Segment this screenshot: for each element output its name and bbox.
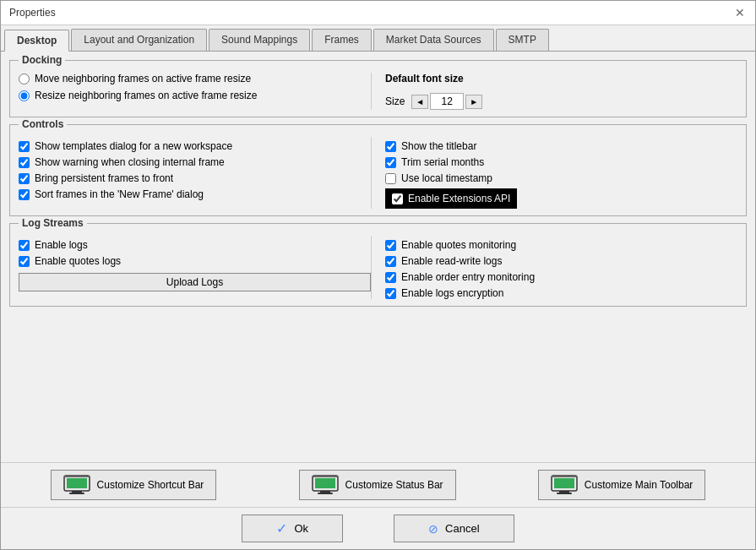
ctrl-bring-persistent-check[interactable] <box>19 173 30 184</box>
controls-inner: Show templates dialog for a new workspac… <box>19 137 737 209</box>
cancel-button[interactable]: ⊘ Cancel <box>394 515 514 542</box>
log-streams-title: Log Streams <box>19 217 87 229</box>
log-enable-logs-check[interactable] <box>19 240 30 251</box>
docking-label-resize: Resize neighboring frames on active fram… <box>35 90 257 101</box>
docking-section: Docking Move neighboring frames on activ… <box>9 60 747 117</box>
font-size-input[interactable] <box>430 93 464 110</box>
svg-rect-1 <box>67 478 87 488</box>
ctrl-use-local-check[interactable] <box>385 173 396 184</box>
log-enable-order: Enable order entry monitoring <box>385 271 737 283</box>
ctrl-bring-persistent: Bring persistent frames to front <box>19 172 371 184</box>
ctrl-enable-ext: Enable Extensions API <box>385 188 737 209</box>
customize-shortcut-label: Customize Shortcut Bar <box>97 479 204 491</box>
docking-label-move: Move neighboring frames on active frame … <box>35 73 251 84</box>
ctrl-show-templates-check[interactable] <box>19 141 30 152</box>
log-enable-quotes-label: Enable quotes logs <box>35 255 121 267</box>
customize-status-label: Customize Status Bar <box>345 479 443 491</box>
log-enable-quotes-mon-check[interactable] <box>385 240 396 251</box>
svg-rect-7 <box>320 491 330 493</box>
monitor-icon-status <box>312 475 339 495</box>
ctrl-enable-ext-label: Enable Extensions API <box>408 193 510 204</box>
controls-section: Controls Show templates dialog for a new… <box>9 124 747 216</box>
ctrl-enable-ext-check[interactable] <box>392 193 403 204</box>
title-bar: Properties ✕ <box>1 1 755 25</box>
docking-inner: Move neighboring frames on active frame … <box>19 73 737 110</box>
customize-status-button[interactable]: Customize Status Bar <box>299 470 456 500</box>
svg-rect-8 <box>318 493 333 494</box>
ctrl-sort-frames-check[interactable] <box>19 189 30 200</box>
customize-shortcut-button[interactable]: Customize Shortcut Bar <box>51 470 217 500</box>
ctrl-trim-serial-label: Trim serial months <box>401 156 484 168</box>
cancel-icon: ⊘ <box>428 522 438 536</box>
tab-desktop[interactable]: Desktop <box>4 30 69 52</box>
docking-title: Docking <box>19 54 65 66</box>
docking-left: Move neighboring frames on active frame … <box>19 73 371 110</box>
font-size-increase[interactable]: ► <box>465 95 482 109</box>
ctrl-show-templates: Show templates dialog for a new workspac… <box>19 140 371 152</box>
font-size-decrease[interactable]: ◄ <box>411 95 428 109</box>
svg-rect-12 <box>559 491 569 493</box>
customize-toolbar-button[interactable]: Customize Main Toolbar <box>538 470 706 500</box>
ctrl-show-warning-check[interactable] <box>19 157 30 168</box>
ok-label: Ok <box>294 522 308 535</box>
log-enable-rw: Enable read-write logs <box>385 255 737 267</box>
monitor-icon-shortcut <box>63 475 90 495</box>
log-enable-rw-check[interactable] <box>385 256 396 267</box>
log-streams-section: Log Streams Enable logs Enable quotes lo… <box>9 223 747 307</box>
ctrl-bring-persistent-label: Bring persistent frames to front <box>35 172 173 184</box>
font-size-label: Size <box>385 95 405 107</box>
docking-option-move: Move neighboring frames on active frame … <box>19 73 371 84</box>
svg-rect-14 <box>552 476 577 477</box>
log-streams-right: Enable quotes monitoring Enable read-wri… <box>371 236 737 299</box>
font-size-row: Size ◄ ► <box>385 93 737 110</box>
ctrl-use-local: Use local timestamp <box>385 172 737 184</box>
ctrl-show-titlebar: Show the titlebar <box>385 140 737 152</box>
ctrl-sort-frames-label: Sort frames in the 'New Frame' dialog <box>35 188 204 200</box>
controls-left: Show templates dialog for a new workspac… <box>19 137 371 209</box>
tab-frames[interactable]: Frames <box>312 29 372 51</box>
ctrl-show-templates-label: Show templates dialog for a new workspac… <box>35 140 232 152</box>
svg-rect-11 <box>554 478 574 488</box>
ok-icon: ✓ <box>276 520 287 536</box>
tab-bar: Desktop Layout and Organization Sound Ma… <box>1 25 755 52</box>
ctrl-show-warning-label: Show warning when closing internal frame <box>35 156 225 168</box>
log-enable-order-check[interactable] <box>385 272 396 283</box>
svg-rect-13 <box>557 493 572 494</box>
close-button[interactable]: ✕ <box>733 6 747 19</box>
log-enable-encryption-check[interactable] <box>385 288 396 299</box>
font-size-control: ◄ ► <box>411 93 482 110</box>
font-size-title: Default font size <box>385 73 737 84</box>
monitor-icon-toolbar <box>551 475 578 495</box>
ok-button[interactable]: ✓ Ok <box>242 515 343 542</box>
tab-market[interactable]: Market Data Sources <box>373 29 494 51</box>
docking-option-resize: Resize neighboring frames on active fram… <box>19 90 371 101</box>
log-enable-quotes-mon: Enable quotes monitoring <box>385 239 737 251</box>
log-enable-quotes-mon-label: Enable quotes monitoring <box>401 239 516 251</box>
ctrl-sort-frames: Sort frames in the 'New Frame' dialog <box>19 188 371 200</box>
log-enable-encryption-label: Enable logs encryption <box>401 287 503 299</box>
customize-toolbar-label: Customize Main Toolbar <box>585 479 693 491</box>
log-enable-order-label: Enable order entry monitoring <box>401 271 535 283</box>
main-content: Docking Move neighboring frames on activ… <box>1 52 755 462</box>
docking-right: Default font size Size ◄ ► <box>371 73 737 110</box>
docking-radio-move[interactable] <box>19 74 30 84</box>
log-streams-inner: Enable logs Enable quotes logs Upload Lo… <box>19 236 737 299</box>
ctrl-show-titlebar-label: Show the titlebar <box>401 140 476 152</box>
ctrl-show-titlebar-check[interactable] <box>385 141 396 152</box>
tab-smtp[interactable]: SMTP <box>496 29 549 51</box>
log-enable-logs-label: Enable logs <box>35 239 88 251</box>
svg-rect-9 <box>313 476 338 477</box>
tab-sound[interactable]: Sound Mappings <box>209 29 310 51</box>
log-enable-encryption: Enable logs encryption <box>385 287 737 299</box>
log-enable-quotes-check[interactable] <box>19 256 30 267</box>
controls-title: Controls <box>19 118 67 130</box>
upload-logs-button[interactable]: Upload Logs <box>19 273 371 291</box>
log-enable-logs: Enable logs <box>19 239 371 251</box>
docking-radio-resize[interactable] <box>19 90 30 101</box>
tab-layout[interactable]: Layout and Organization <box>71 29 207 51</box>
svg-rect-2 <box>72 491 82 493</box>
log-enable-quotes: Enable quotes logs <box>19 255 371 267</box>
ctrl-trim-serial-check[interactable] <box>385 157 396 168</box>
svg-rect-4 <box>64 476 90 477</box>
cancel-label: Cancel <box>445 522 479 535</box>
